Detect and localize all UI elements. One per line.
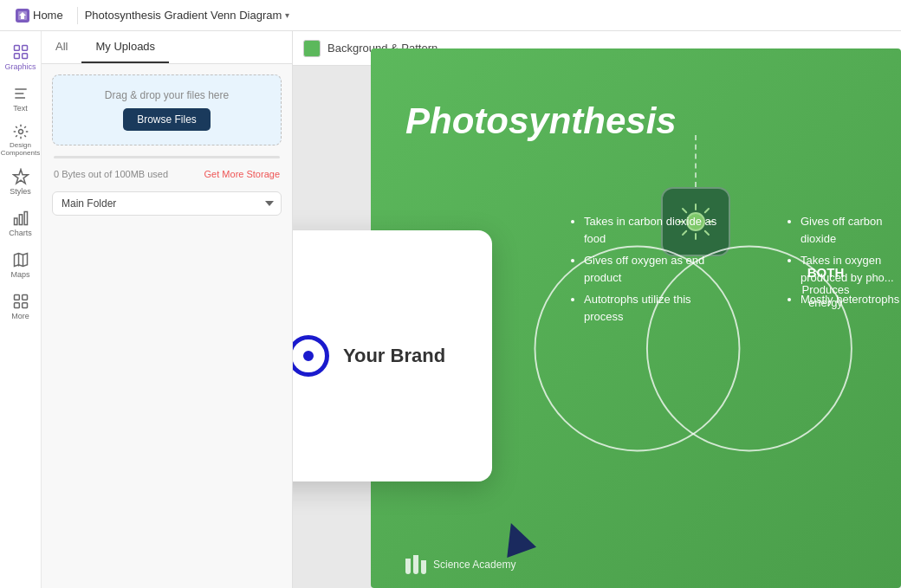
svg-point-8 [18, 130, 23, 134]
storage-row: 0 Bytes out of 100MB used Get More Stora… [42, 164, 292, 184]
folder-row: Main Folder [42, 184, 292, 223]
venn-container: Takes in carbon dioxide as food Gives of… [492, 161, 901, 536]
right-item-3: Mostly heterotrophs [801, 291, 901, 308]
title-chevron[interactable]: ▾ [285, 10, 289, 20]
svg-rect-3 [14, 54, 19, 59]
left-circle-text: Takes in carbon dioxide as food Gives of… [570, 213, 726, 330]
brand-card: Your Brand [293, 230, 492, 481]
home-icon [16, 9, 29, 23]
arrow-cursor [501, 522, 532, 553]
cursor-arrow-shape [496, 518, 536, 558]
svg-rect-9 [14, 218, 16, 225]
storage-progress-bar [54, 156, 280, 158]
svg-rect-2 [22, 46, 27, 51]
upload-drag-text: Drag & drop your files here [67, 89, 267, 101]
svg-rect-11 [24, 212, 27, 225]
tab-all[interactable]: All [42, 31, 81, 63]
canvas-area: Background & Pattern Photosynthesis [293, 31, 901, 588]
slide-title: Photosynthesis [405, 100, 677, 142]
brand-logo [293, 335, 329, 377]
svg-rect-16 [14, 303, 19, 308]
svg-rect-17 [22, 303, 27, 308]
left-item-3: Autotrophs utilize this process [584, 291, 726, 325]
left-panel: All My Uploads Drag & drop your files he… [42, 31, 293, 588]
sidebar-item-design[interactable]: Design Components [3, 121, 38, 159]
get-more-storage-link[interactable]: Get More Storage [204, 169, 280, 179]
home-button[interactable]: Home [9, 5, 70, 26]
brand-name: Your Brand [343, 345, 445, 367]
left-item-2: Gives off oxygen as end product [584, 252, 726, 286]
right-circle-text: Gives off carbon dioxide Takes in oxygen… [788, 213, 901, 313]
sidebar-item-text[interactable]: Text [3, 80, 38, 118]
storage-used-text: 0 Bytes out of 100MB used [54, 169, 168, 179]
sidebar-item-more[interactable]: More [3, 288, 38, 326]
sidebar-item-maps[interactable]: Maps [3, 246, 38, 284]
right-item-1: Gives off carbon dioxide [801, 213, 901, 247]
home-label: Home [33, 9, 63, 22]
science-academy-label: Science Academy [433, 559, 515, 571]
topbar: Home Photosynthesis Gradient Venn Diagra… [0, 0, 901, 31]
folder-select[interactable]: Main Folder [52, 191, 282, 216]
svg-rect-1 [14, 46, 19, 51]
tabs-row: All My Uploads [42, 31, 292, 64]
sidebar-item-charts[interactable]: Charts [3, 204, 38, 242]
svg-rect-10 [19, 215, 22, 225]
document-title: Photosynthesis Gradient Venn Diagram ▾ [85, 9, 290, 22]
svg-rect-14 [14, 295, 19, 300]
sidebar-item-graphics[interactable]: Graphics [3, 38, 38, 76]
slide-footer: Science Academy [405, 555, 515, 574]
test-tubes-icon [405, 555, 426, 574]
tab-my-uploads[interactable]: My Uploads [81, 31, 169, 63]
icon-sidebar: Graphics Text Design Components Styles [0, 31, 42, 588]
right-item-2: Takes in oxygen produced by pho... [801, 252, 901, 286]
svg-rect-4 [22, 54, 27, 59]
sidebar-item-styles[interactable]: Styles [3, 163, 38, 201]
upload-area: Drag & drop your files here Browse Files [52, 74, 282, 145]
browse-files-button[interactable]: Browse Files [123, 108, 211, 131]
topbar-divider [77, 7, 78, 24]
left-item-1: Takes in carbon dioxide as food [584, 213, 726, 247]
color-swatch[interactable] [303, 40, 321, 57]
brand-logo-inner [300, 347, 317, 365]
svg-rect-15 [22, 295, 27, 300]
